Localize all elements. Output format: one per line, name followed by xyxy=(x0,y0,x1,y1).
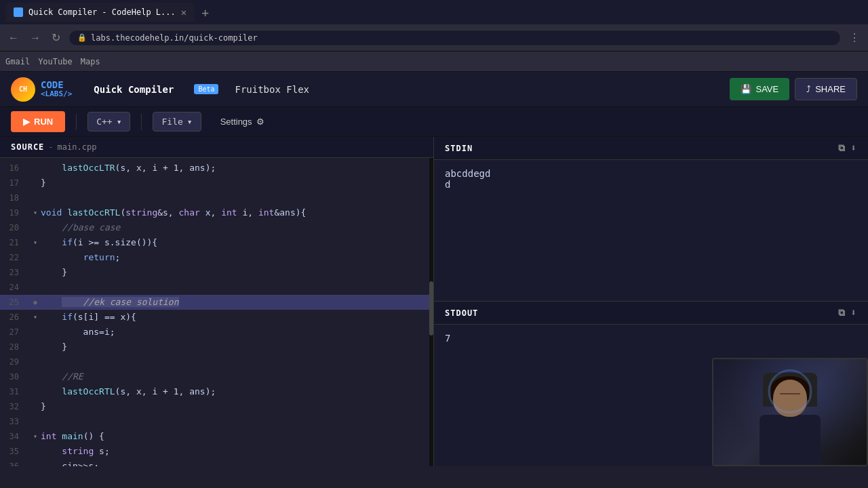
logo-text: CODE <LABS/> xyxy=(41,80,72,98)
code-editor[interactable]: 16 lastOccLTR(s, x, i + 1, ans); 17 } 18… xyxy=(0,158,433,466)
toolbar: ▶ RUN C++ ▾ File ▾ Settings ⚙ xyxy=(0,107,868,137)
person-silhouette xyxy=(713,359,867,465)
back-button[interactable]: ← xyxy=(5,29,22,47)
source-title: SOURCE xyxy=(11,142,44,152)
nav-quick-compiler[interactable]: Quick Compiler xyxy=(94,84,174,95)
bookmark-youtube[interactable]: YouTube xyxy=(38,57,73,66)
browser-controls: ← → ↻ 🔒 labs.thecodehelp.in/quick-compil… xyxy=(0,24,868,52)
code-line-33: 33 xyxy=(0,414,433,429)
scrollbar-thumb[interactable] xyxy=(429,281,433,336)
download-icon[interactable]: ⬇ xyxy=(851,142,857,154)
tab-close-button[interactable]: ✕ xyxy=(181,7,186,18)
copy-icon[interactable]: ⧉ xyxy=(838,142,846,154)
code-line-16: 16 lastOccLTR(s, x, i + 1, ans); xyxy=(0,161,433,176)
code-line-32: 32 } xyxy=(0,399,433,414)
nav-fruitbox[interactable]: Fruitbox Flex xyxy=(235,84,309,95)
scrollbar-track xyxy=(429,158,433,466)
code-line-28: 28 } xyxy=(0,340,433,354)
extensions-button[interactable]: ⋮ xyxy=(846,28,863,47)
webcam-overlay xyxy=(712,358,868,466)
stdin-header: STDIN ⧉ ⬇ xyxy=(434,137,868,160)
divider-1 xyxy=(76,114,77,130)
code-line-31: 31 lastOccRTL(s, x, i + 1, ans); xyxy=(0,384,433,399)
right-panel: STDIN ⧉ ⬇ abcddegd d STDOUT ⧉ ⬇ 7 xyxy=(434,137,868,466)
address-text: labs.thecodehelp.in/quick-compiler xyxy=(91,33,258,43)
code-line-22: 22 return; xyxy=(0,250,433,265)
settings-gear-icon: ⚙ xyxy=(256,117,264,127)
tab-title: Quick Compiler - CodeHelp L... xyxy=(28,7,176,17)
beta-badge: Beta xyxy=(194,84,218,94)
tab-bar: Quick Compiler - CodeHelp L... ✕ + xyxy=(0,0,868,24)
source-header: SOURCE - main.cpp xyxy=(0,137,433,158)
file-menu[interactable]: File ▾ xyxy=(153,112,201,131)
stdin-title: STDIN xyxy=(445,144,473,153)
code-line-30: 30 //RE xyxy=(0,369,433,384)
glow-ring xyxy=(768,369,812,413)
run-button[interactable]: ▶ RUN xyxy=(11,111,65,132)
chevron-down-icon: ▾ xyxy=(117,117,122,127)
save-icon: 💾 xyxy=(741,84,751,94)
chevron-down-icon: ▾ xyxy=(187,117,193,127)
active-tab[interactable]: Quick Compiler - CodeHelp L... ✕ xyxy=(5,3,195,22)
code-line-19: 19 ▾ void lastOccRTL(string&s, char x, i… xyxy=(0,205,433,220)
bookmark-maps[interactable]: Maps xyxy=(81,57,100,66)
code-line-26: 26 ▾ if(s[i] == x){ xyxy=(0,310,433,325)
tab-favicon xyxy=(14,7,23,17)
share-icon: ⤴ xyxy=(806,84,811,94)
code-line-29: 29 xyxy=(0,354,433,369)
code-line-27: 27 ans=i; xyxy=(0,325,433,340)
browser-chrome: Quick Compiler - CodeHelp L... ✕ + ← → ↻… xyxy=(0,0,868,72)
bookmark-gmail[interactable]: Gmail xyxy=(5,57,30,66)
stdin-line2: d xyxy=(445,179,857,190)
stdout-header: STDOUT ⧉ ⬇ xyxy=(434,302,868,325)
forward-button[interactable]: → xyxy=(27,29,43,47)
save-button[interactable]: 💾 SAVE xyxy=(730,78,789,100)
lock-icon: 🔒 xyxy=(77,33,87,42)
bookmarks-bar: Gmail YouTube Maps xyxy=(0,52,868,72)
header-actions: 💾 SAVE ⤴ SHARE xyxy=(730,78,857,100)
code-line-21: 21 ▾ if(i >= s.size()){ xyxy=(0,235,433,250)
code-line-25: 25 ● //ek case solution xyxy=(0,295,433,310)
stdout-title: STDOUT xyxy=(445,308,478,318)
source-panel: SOURCE - main.cpp 16 lastOccLTR(s, x, i … xyxy=(0,137,434,466)
new-tab-button[interactable]: + xyxy=(197,5,213,20)
code-line-34: 34 ▾ int main() { xyxy=(0,429,433,444)
body-element xyxy=(760,415,821,465)
stdin-content[interactable]: abcddegd d xyxy=(434,160,868,301)
stdin-line1: abcddegd xyxy=(445,168,857,179)
settings-button[interactable]: Settings ⚙ xyxy=(212,113,273,131)
stdout-value: 7 xyxy=(445,333,857,344)
nav-links: Quick Compiler Beta Fruitbox Flex xyxy=(94,84,719,95)
app-header: CH CODE <LABS/> Quick Compiler Beta Frui… xyxy=(0,72,868,107)
logo-icon: CH xyxy=(11,77,35,102)
divider-2 xyxy=(141,114,142,130)
refresh-button[interactable]: ↻ xyxy=(49,28,63,47)
stdout-actions: ⧉ ⬇ xyxy=(838,307,857,319)
code-line-20: 20 //base case xyxy=(0,220,433,235)
code-line-23: 23 } xyxy=(0,265,433,280)
logo: CH CODE <LABS/> xyxy=(11,77,72,102)
language-selector[interactable]: C++ ▾ xyxy=(87,112,130,131)
code-line-36: 36 cin>>s; xyxy=(0,459,433,466)
copy-stdout-icon[interactable]: ⧉ xyxy=(838,307,846,319)
main-content: SOURCE - main.cpp 16 lastOccLTR(s, x, i … xyxy=(0,137,868,466)
download-stdout-icon[interactable]: ⬇ xyxy=(851,307,857,319)
webcam-video xyxy=(713,359,867,465)
code-line-17: 17 } xyxy=(0,176,433,190)
source-filename: main.cpp xyxy=(58,142,97,152)
stdin-actions: ⧉ ⬇ xyxy=(838,142,857,154)
code-line-18: 18 xyxy=(0,190,433,205)
address-bar[interactable]: 🔒 labs.thecodehelp.in/quick-compiler xyxy=(68,30,841,46)
share-button[interactable]: ⤴ SHARE xyxy=(795,78,857,100)
code-lines: 16 lastOccLTR(s, x, i + 1, ans); 17 } 18… xyxy=(0,158,433,466)
stdout-panel: STDOUT ⧉ ⬇ 7 xyxy=(434,302,868,466)
code-line-35: 35 string s; xyxy=(0,444,433,459)
play-icon: ▶ xyxy=(23,117,30,127)
stdin-panel: STDIN ⧉ ⬇ abcddegd d xyxy=(434,137,868,302)
code-line-24: 24 xyxy=(0,280,433,295)
